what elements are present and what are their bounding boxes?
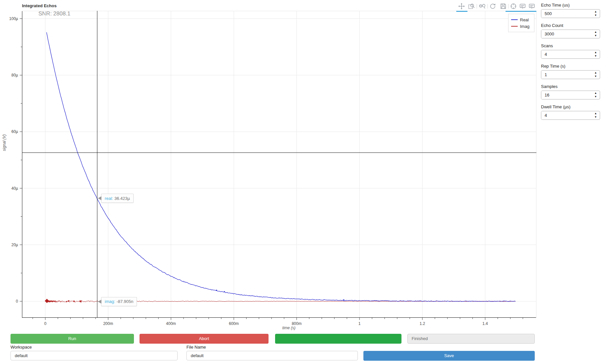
spinner-down-icon[interactable]: ▼ [594,75,598,78]
imag-tooltip-value: -87.905n [117,299,133,304]
real-tooltip-value: 36.423µ [114,196,130,201]
spinner-down-icon[interactable]: ▼ [594,14,598,17]
spinner-down-icon[interactable]: ▼ [594,55,598,57]
svg-text:100µ: 100µ [9,16,18,21]
tooltip-compare-icon[interactable] [528,3,536,10]
chart-canvas[interactable]: 0200m400m600m800m11.21.4020µ40µ60µ80µ100… [22,11,536,318]
svg-text:0: 0 [16,299,18,304]
echo-time-label: Echo Time (us) [541,3,600,8]
legend-item-imag[interactable]: Imag [511,23,531,30]
y-axis-label: signal (V) [2,134,7,151]
scans-group: Scans ▲▼ [541,43,600,59]
workspace-label: Workspace [11,345,32,350]
svg-text:60µ: 60µ [11,129,18,134]
toolbar-separator [477,4,477,9]
toolbar-separator [487,4,488,9]
svg-text:800m: 800m [292,321,302,326]
svg-text:0: 0 [44,321,47,326]
rep-time-group: Rep Time (s) ▲▼ [541,64,600,79]
plot-area[interactable]: 0200m400m600m800m11.21.4020µ40µ60µ80µ100… [22,11,536,318]
crosshair-icon[interactable] [509,3,517,10]
svg-text:20µ: 20µ [11,243,18,247]
svg-text:600m: 600m [229,321,239,326]
echo-count-group: Echo Count ▲▼ [541,23,600,38]
legend-line-real [511,19,518,20]
spinner-up-icon[interactable]: ▲ [594,11,598,13]
spinner-down-icon[interactable]: ▼ [594,96,598,98]
progress-bar [275,334,401,344]
echo-time-group: Echo Time (us) ▲▼ [541,3,600,18]
reset-axes-icon[interactable] [489,3,497,10]
imag-value-tooltip: imag: -87.905n [101,297,137,306]
svg-text:400m: 400m [166,321,176,326]
svg-text:1: 1 [358,321,361,326]
real-tooltip-label: real: [105,196,113,201]
spinner-up-icon[interactable]: ▲ [594,112,598,115]
real-value-tooltip: real: 36.423µ [101,194,134,203]
rep-time-label: Rep Time (s) [541,64,600,69]
toolbar-separator [508,4,508,9]
pan-icon[interactable] [458,3,465,10]
echo-count-input[interactable] [541,30,593,38]
scans-spinbox[interactable]: ▲▼ [541,50,600,59]
spinner-down-icon[interactable]: ▼ [594,116,598,118]
svg-text:1.4: 1.4 [483,321,488,326]
dwell-time-spinbox[interactable]: ▲▼ [541,111,600,120]
rep-time-spinbox[interactable]: ▲▼ [541,70,600,79]
samples-spinbox[interactable]: ▲▼ [541,91,600,99]
box-zoom-icon[interactable] [467,3,475,10]
save-plot-icon[interactable] [499,3,507,10]
abort-button[interactable]: Abort [140,334,269,344]
filename-input[interactable] [186,351,358,360]
echo-time-input[interactable] [541,10,593,18]
cursor-group-active-underline [506,11,536,12]
tooltip-closest-icon[interactable] [519,3,527,10]
zoom-in-out-icon[interactable] [478,3,486,10]
legend-item-real[interactable]: Real [511,16,531,23]
dwell-time-label: Dwell Time (µs) [541,104,600,109]
svg-text:200m: 200m [103,321,113,326]
spinner-up-icon[interactable]: ▲ [594,51,598,54]
plot-title: Integrated Echos [22,3,56,8]
spinner-down-icon[interactable]: ▼ [594,34,598,37]
tooltip-arrow-icon [98,300,101,304]
echo-count-label: Echo Count [541,23,600,28]
spinner-up-icon[interactable]: ▲ [594,31,598,33]
imag-tooltip-label: imag: [105,299,115,304]
legend-line-imag [511,26,518,27]
rep-time-input[interactable] [541,71,593,79]
x-axis-label: time (s) [269,326,309,330]
tooltip-arrow-icon [98,196,101,200]
svg-text:80µ: 80µ [11,73,18,77]
pan-active-underline [456,11,467,12]
dwell-time-input[interactable] [541,111,593,119]
svg-text:1.2: 1.2 [420,321,425,326]
status-field: Finished [407,334,535,344]
save-button[interactable]: Save [363,351,535,361]
scans-label: Scans [541,43,600,48]
spinner-up-icon[interactable]: ▲ [594,92,598,95]
echo-count-spinbox[interactable]: ▲▼ [541,30,600,38]
scans-input[interactable] [541,50,593,58]
dwell-time-group: Dwell Time (µs) ▲▼ [541,104,600,120]
legend[interactable]: Real Imag [508,14,534,32]
legend-label-real: Real [520,17,529,22]
svg-text:40µ: 40µ [11,186,18,191]
samples-label: Samples [541,84,600,89]
acquisition-panel: Echo Time (us) ▲▼ Echo Count ▲▼ Scans ▲▼… [541,3,600,125]
run-button[interactable]: Run [11,334,134,344]
workspace-input[interactable] [11,351,178,360]
filename-label: File Name [186,345,206,350]
samples-group: Samples ▲▼ [541,84,600,99]
echo-time-spinbox[interactable]: ▲▼ [541,9,600,18]
spinner-up-icon[interactable]: ▲ [594,72,598,74]
samples-input[interactable] [541,91,593,99]
app-window: Integrated Echos SNR: 2808.1 [0,0,605,364]
legend-label-imag: Imag [520,24,529,29]
